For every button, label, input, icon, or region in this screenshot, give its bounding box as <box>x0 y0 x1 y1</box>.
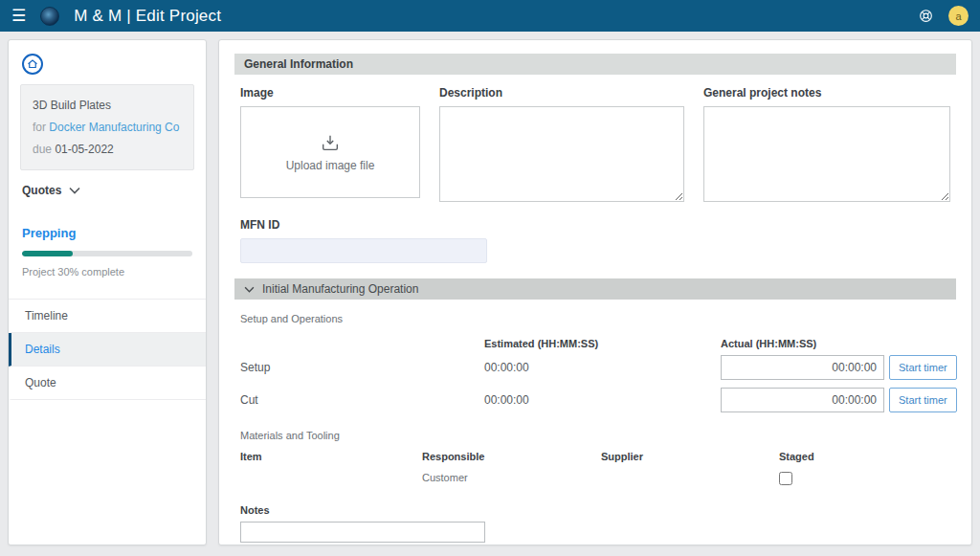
supplier-column-header: Supplier <box>601 451 779 472</box>
project-status-block: Prepping Project 30% complete <box>9 209 206 278</box>
image-label: Image <box>240 86 420 100</box>
supplier-cell <box>601 472 779 487</box>
item-cell <box>240 472 422 487</box>
home-button[interactable] <box>22 54 43 75</box>
responsible-column-header: Responsible <box>422 451 601 472</box>
for-label: for <box>33 121 46 134</box>
cut-actual-input[interactable] <box>721 388 884 412</box>
item-column-header: Item <box>240 451 422 472</box>
progress-fill <box>22 251 73 256</box>
sidebar-item-details[interactable]: Details <box>9 333 206 367</box>
client-link[interactable]: Docker Manufacturing Co <box>49 121 179 134</box>
staged-checkbox[interactable] <box>779 472 792 485</box>
responsible-cell: Customer <box>422 472 601 487</box>
imo-section-header[interactable]: Initial Manufacturing Operation <box>234 278 956 300</box>
chevron-down-icon <box>69 187 80 194</box>
app-logo-icon <box>40 7 59 26</box>
menu-icon[interactable]: ☰ <box>11 8 26 24</box>
user-avatar[interactable]: a <box>948 6 969 26</box>
materials-tooling-label: Materials and Tooling <box>240 430 950 441</box>
setup-row-label: Setup <box>240 353 484 382</box>
setup-estimated-value: 00:00:00 <box>484 353 721 382</box>
quotes-label: Quotes <box>22 184 61 197</box>
description-textarea[interactable] <box>439 106 684 202</box>
cut-estimated-value: 00:00:00 <box>484 386 721 414</box>
mfn-id-label: MFN ID <box>240 218 950 232</box>
cut-actual-group: Start timer <box>721 384 957 416</box>
help-lifebuoy-icon[interactable] <box>918 8 934 24</box>
project-summary-card: 3D Build Plates for Docker Manufacturing… <box>20 84 194 170</box>
general-information-header: General Information <box>234 54 956 75</box>
home-icon <box>27 58 38 70</box>
progress-caption: Project 30% complete <box>22 266 192 278</box>
setup-actual-input[interactable] <box>721 355 884 380</box>
general-information-title: General Information <box>244 57 353 71</box>
mfn-id-input[interactable] <box>240 238 487 263</box>
sidebar-item-quote[interactable]: Quote <box>9 367 206 400</box>
upload-image-dropzone[interactable]: Upload image file <box>240 106 420 198</box>
quotes-expander[interactable]: Quotes <box>9 170 206 209</box>
project-notes-label: General project notes <box>703 86 950 100</box>
project-name: 3D Build Plates <box>33 95 182 117</box>
project-notes-textarea[interactable] <box>703 106 950 202</box>
description-label: Description <box>439 86 684 100</box>
setup-actual-group: Start timer <box>721 351 957 384</box>
cut-start-timer-button[interactable]: Start timer <box>889 388 957 412</box>
stage-name: Prepping <box>22 226 192 240</box>
setup-start-timer-button[interactable]: Start timer <box>889 355 957 380</box>
sidebar-item-timeline[interactable]: Timeline <box>9 300 206 333</box>
estimated-header: Estimated (HH:MM:SS) <box>484 338 721 349</box>
due-label: due <box>33 143 52 156</box>
staged-column-header: Staged <box>779 451 950 472</box>
materials-table: Item Responsible Supplier Staged Custome… <box>240 451 950 487</box>
due-date: 01-05-2022 <box>55 143 113 156</box>
actual-header: Actual (HH:MM:SS) <box>721 338 957 349</box>
collapse-chevron-icon <box>244 286 255 293</box>
progress-bar <box>22 251 192 256</box>
upload-text: Upload image file <box>286 159 375 172</box>
sidebar-nav: Timeline Details Quote <box>9 299 206 400</box>
app-title: M & M | Edit Project <box>74 7 221 26</box>
notes-label: Notes <box>240 504 950 516</box>
sidebar: 3D Build Plates for Docker Manufacturing… <box>8 39 207 545</box>
time-table: Estimated (HH:MM:SS) Actual (HH:MM:SS) S… <box>240 336 950 416</box>
imo-section-title: Initial Manufacturing Operation <box>262 282 418 296</box>
notes-input[interactable] <box>240 522 485 543</box>
cut-row-label: Cut <box>240 386 484 414</box>
top-bar: ☰ M & M | Edit Project a <box>0 0 980 32</box>
upload-icon <box>320 132 341 153</box>
main-content: General Information Image Upload image f… <box>218 39 972 545</box>
setup-operations-label: Setup and Operations <box>240 313 950 324</box>
